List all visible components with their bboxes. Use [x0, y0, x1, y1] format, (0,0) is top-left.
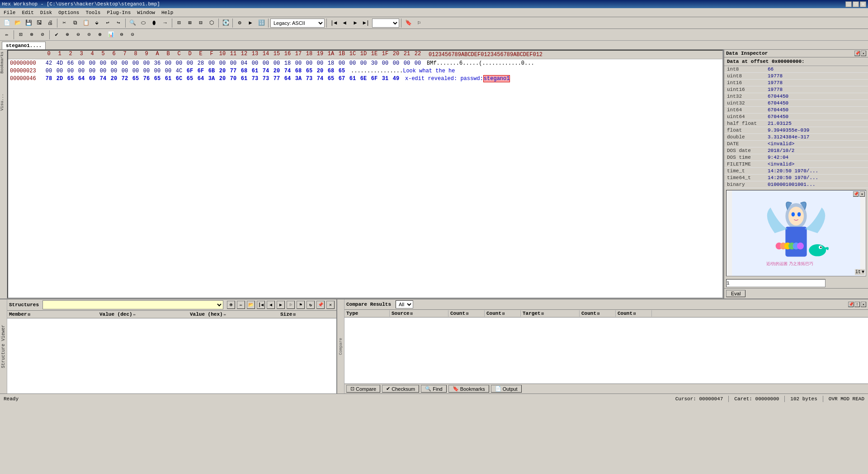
- hex-bytes-0[interactable]: 42 4D 66 00 00 00 00 00 00 00 36 00 00 0…: [43, 60, 423, 66]
- copy-button[interactable]: ⧉: [70, 18, 80, 28]
- hex-byte[interactable]: 61: [239, 76, 250, 82]
- hex-byte[interactable]: 42: [43, 60, 54, 66]
- paste-button[interactable]: 📋: [81, 18, 91, 28]
- hex-byte[interactable]: 65: [184, 76, 195, 82]
- compare2-button[interactable]: ⊞: [185, 18, 195, 28]
- hex-byte[interactable]: 00: [130, 68, 141, 74]
- hex-byte[interactable]: 61: [347, 76, 358, 82]
- hex-byte[interactable]: 20: [315, 68, 326, 74]
- hex-byte[interactable]: 73: [304, 76, 315, 82]
- hex-byte[interactable]: 00: [315, 60, 326, 66]
- hex-byte[interactable]: 2D: [54, 76, 65, 82]
- new-button[interactable]: 📄: [2, 18, 12, 28]
- hex-byte[interactable]: 20: [108, 76, 119, 82]
- cut-button[interactable]: ✂: [59, 18, 69, 28]
- st-btn3[interactable]: 📂: [247, 301, 255, 309]
- hex-byte[interactable]: 00: [163, 68, 174, 74]
- hex-byte[interactable]: 49: [391, 76, 401, 82]
- settings-button[interactable]: ⚙: [235, 18, 245, 28]
- hex-byte[interactable]: 68: [239, 68, 250, 74]
- eval-input[interactable]: [726, 279, 826, 287]
- hex-byte[interactable]: 3A: [293, 76, 304, 82]
- hex-byte[interactable]: 00: [401, 60, 412, 66]
- menu-file[interactable]: File: [1, 9, 18, 16]
- hex-editor[interactable]: 0 1 2 3 4 5 6 7 8 9 A B C D E F 10 11 12…: [7, 50, 723, 299]
- hex-byte[interactable]: 00: [380, 60, 391, 66]
- compare-dropdown[interactable]: All: [396, 300, 413, 308]
- calc-button[interactable]: 🔢: [256, 18, 266, 28]
- hex-byte[interactable]: 77: [228, 68, 239, 74]
- minimize-button[interactable]: _: [845, 1, 852, 7]
- st-btn1[interactable]: ⊕: [227, 301, 235, 309]
- goto-button[interactable]: →: [160, 18, 170, 28]
- compare-col-source[interactable]: Source ⊡: [390, 310, 448, 317]
- menu-disk[interactable]: Disk: [38, 9, 55, 16]
- t2-btn3[interactable]: ⊘: [38, 30, 47, 40]
- hex-byte[interactable]: 6F: [369, 76, 380, 82]
- compare-pin-btn[interactable]: 📌: [848, 302, 854, 307]
- nav-prev-button[interactable]: ◀: [340, 18, 349, 28]
- paste-special-button[interactable]: ⬙: [92, 18, 102, 28]
- hex-byte[interactable]: 00: [271, 60, 282, 66]
- compare-col-count2[interactable]: Count ⊡: [485, 310, 521, 317]
- print-button[interactable]: 🖨: [45, 18, 55, 28]
- nav-end-button[interactable]: ▶|: [361, 18, 371, 28]
- t2-btn4[interactable]: ✔: [52, 30, 61, 40]
- struct-col-value-dec[interactable]: Value (dec) ✏: [98, 311, 188, 318]
- hex-byte[interactable]: 00: [141, 68, 152, 74]
- hex-byte[interactable]: 20: [271, 68, 282, 74]
- hex-byte[interactable]: 74: [315, 76, 326, 82]
- hex-byte[interactable]: 00: [260, 60, 271, 66]
- compare-col-count4[interactable]: Count ⊡: [616, 310, 652, 317]
- hex-byte[interactable]: 31: [380, 76, 391, 82]
- hex-bytes-2[interactable]: 78 2D 65 64 69 74 20 72 65 76 65 61 6C 6…: [43, 76, 401, 82]
- eval-button[interactable]: Eval: [726, 290, 745, 297]
- hex-byte[interactable]: 64: [76, 76, 87, 82]
- t2-btn1[interactable]: ⊡: [16, 30, 26, 40]
- replace-button[interactable]: ⬮: [149, 18, 159, 28]
- hex-byte[interactable]: 00: [76, 68, 87, 74]
- hex-byte[interactable]: 00: [119, 60, 130, 66]
- hex-byte[interactable]: 72: [119, 76, 130, 82]
- hex-byte[interactable]: 70: [228, 76, 239, 82]
- hex-byte[interactable]: 6F: [184, 68, 195, 74]
- pencil-button[interactable]: ✏: [2, 30, 12, 40]
- st-btn7[interactable]: ⚐: [287, 301, 295, 309]
- bookmark2-button[interactable]: ⚐: [414, 18, 424, 28]
- hex-byte[interactable]: 61: [250, 68, 260, 74]
- hex-byte[interactable]: 6C: [174, 76, 184, 82]
- hex-byte[interactable]: 04: [239, 60, 250, 66]
- checksum-btn[interactable]: ✔ Checksum: [382, 385, 419, 393]
- undo-button[interactable]: ↩: [103, 18, 113, 28]
- menu-options[interactable]: Options: [56, 9, 82, 16]
- hex-byte[interactable]: 65: [336, 68, 347, 74]
- st-btn2[interactable]: ✏: [237, 301, 245, 309]
- st-pin-btn[interactable]: 📌: [316, 301, 325, 309]
- run-button[interactable]: ▶: [245, 18, 255, 28]
- bookmarks-btn[interactable]: 🔖 Bookmarks: [448, 385, 489, 393]
- hex-byte[interactable]: 18: [326, 60, 336, 66]
- hex-byte[interactable]: 65: [304, 68, 315, 74]
- hex-byte[interactable]: 74: [282, 68, 293, 74]
- hex-byte[interactable]: 00: [217, 60, 228, 66]
- hex-byte[interactable]: 4C: [174, 68, 184, 74]
- hex-byte[interactable]: 69: [87, 76, 98, 82]
- hex-byte[interactable]: 20: [217, 68, 228, 74]
- t2-btn8[interactable]: ⊛: [95, 30, 105, 40]
- hex-byte[interactable]: 66: [65, 60, 76, 66]
- st-btn9[interactable]: ↻: [307, 301, 315, 309]
- hex-byte[interactable]: 00: [206, 60, 217, 66]
- hex-bytes-1[interactable]: 00 00 00 00 00 00 00 00 00 00 00 00 4C 6…: [43, 68, 347, 74]
- hex-byte[interactable]: 00: [130, 60, 141, 66]
- hex-byte[interactable]: 00: [347, 60, 358, 66]
- di-pin-button[interactable]: 📌: [854, 51, 860, 56]
- st-btn6[interactable]: ▶: [277, 301, 285, 309]
- t2-btn6[interactable]: ⊖: [73, 30, 83, 40]
- hex-byte[interactable]: 6E: [358, 76, 369, 82]
- compare-col-type[interactable]: Type: [344, 310, 390, 317]
- maximize-button[interactable]: □: [853, 1, 859, 7]
- t2-btn5[interactable]: ⊕: [62, 30, 72, 40]
- hex-byte[interactable]: 4D: [54, 60, 65, 66]
- di-img-close[interactable]: ✕: [859, 191, 865, 197]
- hex-byte[interactable]: 00: [391, 60, 401, 66]
